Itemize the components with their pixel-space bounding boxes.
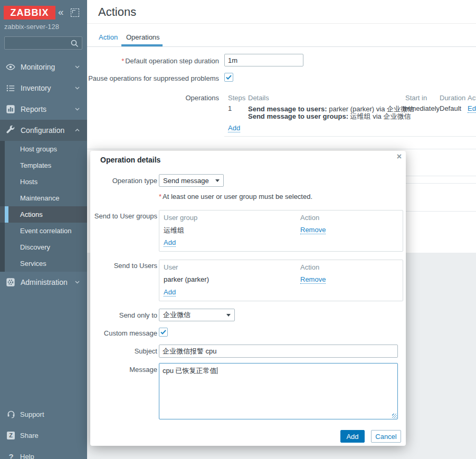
- duration-input[interactable]: 1m: [224, 54, 303, 66]
- operation-type-label: Operation type: [90, 177, 157, 185]
- sidebar-item-label: Monitoring: [21, 63, 75, 71]
- col-header-start-in: Start in: [405, 94, 427, 102]
- user-groups-box: User group Action 运维组 Remove Add: [159, 210, 403, 252]
- operations-add-link[interactable]: Add: [228, 124, 240, 132]
- checkmark-icon: [226, 75, 232, 80]
- custom-message-label: Custom message: [90, 329, 157, 337]
- col-header-details: Details: [248, 94, 269, 102]
- dialog-title: Operation details: [100, 156, 160, 164]
- row-step: 1: [228, 104, 232, 112]
- sidebar-item-reports[interactable]: Reports: [0, 99, 87, 120]
- send-to-user-groups-label: Send to User groups: [90, 212, 157, 220]
- sidebar-item-label: Inventory: [21, 84, 75, 92]
- search-icon: [70, 39, 79, 48]
- row-detail-line2: Send message to user groups: 运维组 via 企业微…: [248, 112, 411, 121]
- custom-message-checkbox[interactable]: [159, 328, 168, 337]
- help-icon: ?: [7, 452, 15, 459]
- sidebar-item-label: Administration: [21, 278, 75, 286]
- chevron-down-icon: [226, 314, 231, 317]
- cancel-button[interactable]: Cancel: [371, 430, 401, 443]
- sidebar-item-discovery[interactable]: Discovery: [0, 239, 87, 255]
- sidebar-item-share[interactable]: Z Share: [0, 427, 87, 444]
- gear-icon: [6, 278, 15, 287]
- col-header-user: User: [164, 263, 178, 271]
- chevron-down-icon: [215, 179, 220, 182]
- duration-label: *Default operation step duration: [82, 57, 219, 65]
- users-box: User Action parker (parker) Remove Add: [159, 260, 403, 301]
- bg-row-divider: [87, 149, 476, 149]
- operation-type-select[interactable]: Send message: [159, 174, 224, 187]
- required-hint: *At least one user or user group must be…: [159, 193, 312, 200]
- chevron-down-icon: [75, 108, 80, 111]
- sidebar-item-maintenance[interactable]: Maintenance: [0, 190, 87, 206]
- pause-label: Pause operations for suppressed problems: [82, 74, 219, 82]
- configuration-submenu: Host groups Templates Hosts Maintenance …: [0, 141, 87, 272]
- sidebar-item-help[interactable]: ? Help: [0, 448, 87, 459]
- list-icon: [6, 83, 15, 93]
- sidebar-item-support[interactable]: Support: [0, 406, 87, 423]
- subject-label: Subject: [90, 347, 157, 355]
- sidebar-item-configuration[interactable]: Configuration: [0, 120, 87, 141]
- search-input[interactable]: [4, 36, 82, 50]
- user-group-remove-link[interactable]: Remove: [300, 226, 326, 234]
- user-group-name: 运维组: [164, 226, 184, 235]
- send-only-to-select[interactable]: 企业微信: [159, 309, 235, 321]
- collapse-sidebar-icon[interactable]: «: [58, 6, 64, 18]
- operations-label: Operations: [82, 94, 219, 102]
- zabbix-logo[interactable]: ZABBIX: [4, 6, 55, 20]
- sidebar-item-monitoring[interactable]: Monitoring: [0, 56, 87, 78]
- chevron-down-icon: [75, 87, 80, 90]
- sidebar-item-event-correlation[interactable]: Event correlation: [0, 223, 87, 239]
- checkmark-icon: [160, 330, 166, 334]
- sidebar-item-actions[interactable]: Actions: [0, 206, 87, 223]
- send-to-users-label: Send to Users: [90, 262, 157, 270]
- col-header-action: Action: [468, 94, 476, 102]
- resize-grip[interactable]: [392, 414, 397, 418]
- pause-checkbox[interactable]: [224, 73, 233, 82]
- kiosk-mode-icon[interactable]: [71, 8, 79, 17]
- required-mark: *: [159, 193, 161, 200]
- add-button[interactable]: Add: [340, 430, 365, 443]
- sidebar-item-inventory[interactable]: Inventory: [0, 78, 87, 99]
- sidebar-item-label: Configuration: [21, 126, 75, 135]
- row-start-in: Immediately: [403, 104, 440, 112]
- col-header-duration: Duration: [440, 94, 465, 102]
- required-mark: *: [121, 57, 124, 65]
- sidebar: ZABBIX « zabbix-server-128 Monitoring: [0, 0, 87, 459]
- server-name: zabbix-server-128: [4, 23, 59, 31]
- chevron-down-icon: [75, 281, 80, 284]
- sidebar-item-templates[interactable]: Templates: [0, 157, 87, 174]
- zabbix-share-icon: Z: [7, 432, 15, 439]
- col-header-steps: Steps: [228, 94, 245, 102]
- row-edit-link[interactable]: Edit: [468, 104, 476, 112]
- eye-icon: [6, 62, 15, 72]
- table-bottom-border: [224, 136, 476, 137]
- bar-chart-icon: [6, 104, 15, 114]
- sidebar-item-host-groups[interactable]: Host groups: [0, 141, 87, 157]
- chevron-down-icon: [75, 65, 80, 69]
- operation-details-dialog: Operation details × Operation type Send …: [90, 151, 406, 446]
- subject-input[interactable]: 企业微信报警 cpu: [159, 345, 398, 358]
- headset-icon: [7, 410, 15, 418]
- page-title: Actions: [98, 5, 136, 19]
- header-divider: [87, 23, 476, 24]
- message-textarea[interactable]: cpu 已恢复正常值: [159, 363, 398, 419]
- sidebar-item-label: Share: [20, 432, 39, 439]
- tab-operations[interactable]: Operations: [126, 33, 160, 41]
- sidebar-item-label: Help: [20, 453, 34, 459]
- chevron-up-icon: [75, 129, 80, 132]
- col-header-action: Action: [300, 263, 319, 271]
- user-group-add-link[interactable]: Add: [164, 238, 176, 246]
- send-only-to-label: Send only to: [90, 311, 157, 319]
- sidebar-item-administration[interactable]: Administration: [0, 272, 87, 293]
- user-add-link[interactable]: Add: [164, 288, 176, 296]
- sidebar-item-hosts[interactable]: Hosts: [0, 174, 87, 190]
- text-caret: [217, 367, 217, 374]
- close-icon[interactable]: ×: [397, 152, 402, 161]
- message-label: Message: [90, 366, 157, 374]
- user-name: parker (parker): [164, 275, 209, 283]
- sidebar-item-services[interactable]: Services: [0, 255, 87, 272]
- user-remove-link[interactable]: Remove: [300, 275, 326, 283]
- row-duration: Default: [440, 104, 461, 112]
- tab-action[interactable]: Action: [99, 33, 118, 41]
